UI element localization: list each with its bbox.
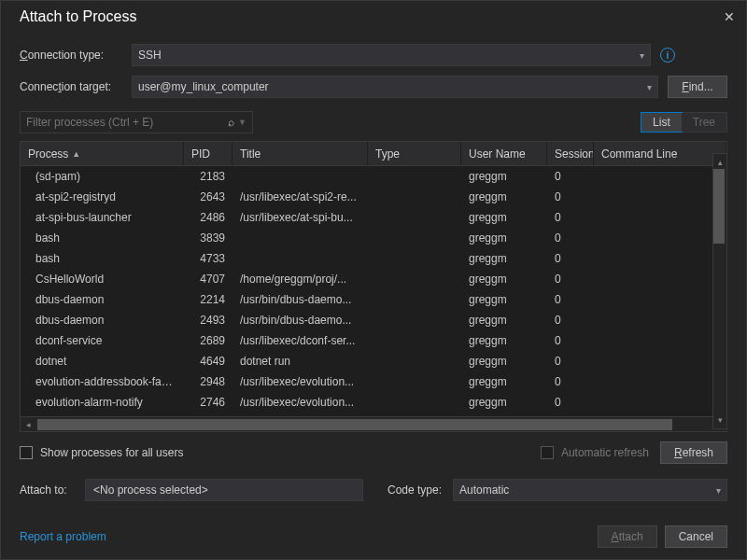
cell-pid: 4649 bbox=[184, 351, 233, 371]
refresh-button[interactable]: Refresh bbox=[660, 441, 727, 464]
cell-type bbox=[368, 357, 461, 365]
column-session[interactable]: Session bbox=[547, 142, 594, 165]
table-row[interactable]: dbus-daemon2214/usr/bin/dbus-daemo...gre… bbox=[21, 289, 726, 310]
connection-target-select[interactable]: user@my_linux_computer ▾ bbox=[132, 76, 658, 98]
code-type-select[interactable]: Automatic ▾ bbox=[453, 479, 727, 501]
view-tree-button[interactable]: Tree bbox=[682, 113, 726, 132]
process-table: Process ▲ PID Title Type User Name Sessi… bbox=[20, 141, 727, 432]
cell-pid: 2643 bbox=[184, 187, 233, 207]
table-row[interactable]: CsHelloWorld4707/home/greggm/proj/...gre… bbox=[21, 269, 726, 289]
cell-session: 0 bbox=[547, 392, 594, 413]
cell-cmd bbox=[594, 296, 726, 303]
chevron-down-icon: ▾ bbox=[716, 485, 721, 496]
cell-process: dbus-daemon bbox=[21, 289, 184, 310]
attach-button: Attach bbox=[598, 525, 657, 548]
dropdown-icon[interactable]: ▼ bbox=[238, 118, 247, 127]
scrollbar-thumb[interactable] bbox=[37, 419, 672, 430]
cell-session: 0 bbox=[547, 187, 594, 207]
cell-cmd bbox=[594, 357, 726, 365]
cell-session: 0 bbox=[547, 330, 594, 351]
table-row[interactable]: at-spi-bus-launcher2486/usr/libexec/at-s… bbox=[21, 207, 726, 228]
view-list-button[interactable]: List bbox=[641, 113, 682, 132]
attach-to-value: <No process selected> bbox=[85, 479, 363, 501]
cell-title: /usr/bin/dbus-daemo... bbox=[233, 310, 368, 330]
column-title[interactable]: Title bbox=[233, 142, 368, 165]
cell-title: /usr/libexec/evolution... bbox=[233, 392, 368, 413]
cell-session: 0 bbox=[547, 248, 594, 269]
table-row[interactable]: dbus-daemon2493/usr/bin/dbus-daemo...gre… bbox=[21, 310, 726, 330]
cancel-button[interactable]: Cancel bbox=[665, 525, 727, 548]
cell-type bbox=[368, 296, 461, 303]
options-row: Show processes for all users Automatic r… bbox=[1, 432, 746, 473]
search-icon[interactable]: ⌕ bbox=[228, 116, 234, 129]
report-problem-link[interactable]: Report a problem bbox=[20, 530, 106, 543]
column-cmd[interactable]: Command Line bbox=[594, 142, 726, 165]
cell-session: 0 bbox=[547, 207, 594, 228]
cell-pid: 3839 bbox=[184, 228, 233, 248]
close-button[interactable]: ✕ bbox=[724, 9, 735, 24]
column-pid[interactable]: PID bbox=[184, 142, 233, 165]
table-row[interactable]: (sd-pam)2183greggm0 bbox=[21, 166, 726, 187]
sort-asc-icon: ▲ bbox=[72, 149, 80, 159]
table-row[interactable]: bash4733greggm0 bbox=[21, 248, 726, 269]
connection-type-label: Connection type: bbox=[20, 49, 122, 62]
cell-process: (sd-pam) bbox=[21, 166, 184, 187]
cell-process: evolution-addressbook-factory bbox=[21, 371, 184, 392]
cell-user: greggm bbox=[461, 392, 547, 413]
connection-type-select[interactable]: SSH ▾ bbox=[132, 44, 651, 66]
cell-title: /usr/libexec/dconf-ser... bbox=[233, 330, 368, 351]
cell-user: greggm bbox=[461, 166, 547, 187]
footer: Report a problem Attach Cancel bbox=[1, 507, 746, 559]
table-row[interactable]: evolution-alarm-notify2746/usr/libexec/e… bbox=[21, 392, 726, 413]
cell-session: 0 bbox=[547, 228, 594, 248]
table-row[interactable]: dconf-service2689/usr/libexec/dconf-ser.… bbox=[21, 330, 726, 351]
cell-cmd bbox=[594, 193, 726, 201]
cell-type bbox=[368, 173, 461, 180]
cell-process: bash bbox=[21, 228, 184, 248]
scroll-left-icon[interactable]: ◂ bbox=[21, 420, 35, 429]
scroll-up-icon[interactable]: ▴ bbox=[713, 156, 726, 169]
cell-cmd bbox=[594, 214, 726, 221]
cell-pid: 2948 bbox=[184, 371, 233, 392]
find-button[interactable]: Find... bbox=[668, 76, 727, 98]
filter-input-wrap[interactable]: ⌕ ▼ bbox=[20, 111, 253, 133]
table-row[interactable]: at-spi2-registryd2643/usr/libexec/at-spi… bbox=[21, 187, 726, 207]
table-row[interactable]: dotnet4649dotnet rungreggm0 bbox=[21, 351, 726, 371]
toolbar: ⌕ ▼ List Tree bbox=[1, 107, 746, 137]
filter-input[interactable] bbox=[26, 116, 224, 129]
cell-cmd bbox=[594, 378, 726, 385]
column-user[interactable]: User Name bbox=[461, 142, 547, 165]
cell-pid: 4707 bbox=[184, 269, 233, 289]
show-all-users-checkbox[interactable]: Show processes for all users bbox=[20, 446, 183, 459]
info-icon[interactable]: i bbox=[660, 48, 675, 63]
table-row[interactable]: evolution-addressbook-factory2948/usr/li… bbox=[21, 371, 726, 392]
scroll-down-icon[interactable]: ▾ bbox=[713, 413, 726, 427]
table-row[interactable]: bash3839greggm0 bbox=[21, 228, 726, 248]
scrollbar-vertical[interactable]: ▴ ▾ bbox=[712, 153, 727, 429]
cell-user: greggm bbox=[461, 289, 547, 310]
cell-user: greggm bbox=[461, 371, 547, 392]
scrollbar-thumb[interactable] bbox=[713, 169, 725, 244]
table-body[interactable]: (sd-pam)2183greggm0at-spi2-registryd2643… bbox=[21, 166, 726, 416]
cell-type bbox=[368, 337, 461, 344]
cell-pid: 2214 bbox=[184, 289, 233, 310]
cell-title: /usr/libexec/evolution... bbox=[233, 371, 368, 392]
cell-session: 0 bbox=[547, 371, 594, 392]
connection-type-row: Connection type: SSH ▾ i bbox=[20, 44, 727, 66]
column-type[interactable]: Type bbox=[368, 142, 461, 165]
cell-user: greggm bbox=[461, 248, 547, 269]
attach-to-label: Attach to: bbox=[20, 483, 76, 497]
cell-pid: 2689 bbox=[184, 330, 233, 351]
scrollbar-horizontal[interactable]: ◂ ▸ bbox=[21, 416, 726, 431]
cell-title bbox=[233, 173, 368, 180]
column-process[interactable]: Process ▲ bbox=[21, 142, 184, 165]
cell-process: at-spi-bus-launcher bbox=[21, 207, 184, 228]
cell-user: greggm bbox=[461, 187, 547, 207]
cell-process: bash bbox=[21, 248, 184, 269]
cell-title: dotnet run bbox=[233, 351, 368, 371]
cell-session: 0 bbox=[547, 310, 594, 330]
checkbox-box[interactable] bbox=[20, 446, 33, 459]
cell-title: /usr/libexec/at-spi-bu... bbox=[233, 207, 368, 228]
table-header: Process ▲ PID Title Type User Name Sessi… bbox=[21, 142, 726, 166]
connection-section: Connection type: SSH ▾ i Connection targ… bbox=[1, 31, 746, 107]
